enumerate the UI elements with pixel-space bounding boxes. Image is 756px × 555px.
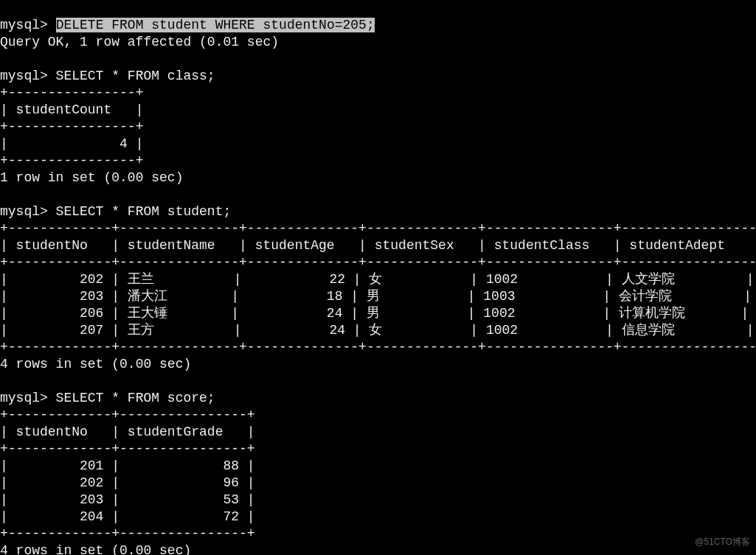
terminal-output: mysql> DELETE FROM student WHERE student… [0,17,756,555]
watermark: @51CTO博客 [695,534,750,551]
